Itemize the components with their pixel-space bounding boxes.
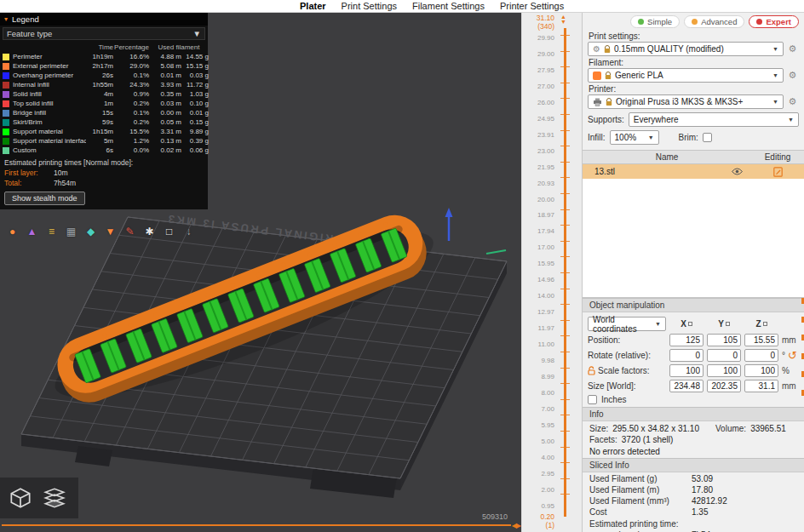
mode-button[interactable]: Expert	[749, 15, 799, 28]
legend-row[interactable]: External perimeter 2h17m 29.0% 5.08 m 15…	[0, 61, 208, 71]
feature-color-swatch	[3, 72, 9, 79]
legend-row[interactable]: Skirt/Brim 59s 0.2% 0.05 m 0.15 g	[0, 117, 208, 127]
legend-row[interactable]: Custom 6s 0.0% 0.02 m 0.06 g	[0, 146, 208, 155]
size-x-input[interactable]	[669, 380, 704, 392]
feature-name: Bridge infill	[13, 109, 46, 117]
box-icon[interactable]: □	[162, 224, 176, 238]
scale-z-input[interactable]	[744, 364, 778, 377]
object-list-header: Name Editing	[583, 150, 804, 164]
view-type-selector[interactable]: Feature type ▼	[3, 27, 205, 40]
tab[interactable]: Printer Settings	[500, 1, 564, 11]
layer-tick-label: 2.00	[522, 487, 554, 494]
infill-dropdown[interactable]: 100% ▼	[610, 130, 659, 145]
layer-tick-labels: 29.90 29.00 27.95 27.00 26.00 24.95 23.9…	[522, 35, 554, 510]
feature-color-swatch	[3, 82, 9, 89]
reset-rotation-icon[interactable]: ↺	[788, 350, 797, 361]
color-changes-icon[interactable]: ◆	[83, 224, 98, 238]
sliced-info-row: Cost1.35	[589, 507, 797, 517]
position-y-input[interactable]	[707, 334, 741, 346]
layer-tick-label: 29.00	[522, 51, 554, 58]
scale-y-input[interactable]	[707, 364, 741, 377]
mode-button[interactable]: Simple	[630, 15, 680, 28]
object-name: 13.stl	[594, 167, 722, 176]
show-stealth-mode-button[interactable]: Show stealth mode	[4, 192, 85, 205]
layer-tick-label: 27.95	[522, 67, 554, 74]
move-slider-track[interactable]	[2, 524, 511, 526]
rotate-z-input[interactable]	[744, 349, 778, 362]
layer-slider-track[interactable]	[564, 28, 566, 517]
shells-icon[interactable]: ▦	[64, 224, 78, 238]
chevron-down-icon: ▼	[772, 99, 778, 105]
feature-color-swatch	[3, 110, 9, 117]
eye-icon[interactable]	[722, 168, 751, 175]
legend-row[interactable]: Internal infill 1h55m 24.3% 3.93 m 11.72…	[0, 80, 208, 89]
legend-row[interactable]: Perimeter 1h19m 16.6% 4.88 m 14.55 g	[0, 52, 208, 61]
layer-tick-label: 29.90	[522, 35, 554, 42]
object-list[interactable]: 13.stl	[583, 164, 804, 298]
legend-title: Legend	[12, 14, 39, 24]
legend-row[interactable]: Bridge infill 15s 0.1% 0.00 m 0.01 g	[0, 108, 208, 117]
lock-icon	[604, 45, 611, 54]
size-y-input[interactable]	[707, 380, 741, 392]
retractions-icon[interactable]: ▲	[25, 224, 39, 238]
download-icon[interactable]: ↓	[181, 224, 196, 238]
rotate-y-input[interactable]	[707, 349, 741, 362]
feature-name: Custom	[13, 146, 37, 154]
move-slider-handle[interactable]: ◀▶	[512, 522, 520, 529]
3d-viewport[interactable]: ORIGINAL PRUSA i3 MK3 ▾ Legend Feature t…	[0, 13, 521, 532]
collapse-icon[interactable]: ▾	[4, 15, 8, 23]
position-z-input[interactable]	[744, 334, 778, 346]
mode-selector: Simple Advanced Expert	[583, 13, 804, 30]
view-mode-switch	[0, 478, 78, 518]
seams-icon[interactable]: ≡	[44, 224, 59, 238]
layer-tick-label: 24.95	[522, 116, 554, 123]
legend-row[interactable]: Top solid infill 1m 0.2% 0.03 m 0.10 g	[0, 99, 208, 108]
edit-print-settings-button[interactable]: ⚙	[786, 43, 799, 54]
layer-tick-label: 2.95	[522, 471, 554, 478]
legend-row[interactable]: Overhang perimeter 26s 0.1% 0.01 m 0.03 …	[0, 71, 208, 80]
tab[interactable]: Print Settings	[342, 1, 397, 11]
edit-printer-button[interactable]: ⚙	[786, 96, 799, 107]
legend-row[interactable]: Solid infill 4m 0.9% 0.35 m 1.03 g	[0, 89, 208, 99]
custom-gcode-icon[interactable]: ✎	[123, 224, 137, 238]
chevron-down-icon: ▼	[772, 72, 778, 78]
lock-icon	[605, 72, 612, 80]
coordinates-dropdown[interactable]: World coordinates ▼	[588, 317, 666, 331]
travel-icon[interactable]: ●	[5, 224, 20, 238]
tab[interactable]: Plater	[300, 1, 326, 11]
edit-filament-button[interactable]: ⚙	[786, 70, 799, 81]
view-options-toolbar: ● ▲ ≡ ▦ ◆ ▼ ✎ ✱ □ ↓	[5, 224, 196, 238]
time-estimate-icon[interactable]: ▼	[103, 224, 118, 238]
layer-tick-label: 11.00	[522, 341, 554, 348]
tool-changes-icon[interactable]: ✱	[142, 224, 157, 238]
brim-checkbox[interactable]	[703, 133, 712, 142]
rotate-x-input[interactable]	[669, 349, 704, 362]
layer-tick-label: 5.95	[522, 422, 554, 429]
gear-icon: ⚙	[593, 44, 600, 54]
scale-x-input[interactable]	[669, 364, 704, 377]
supports-dropdown[interactable]: Everywhere ▼	[629, 112, 799, 127]
move-index-label: 509310	[482, 512, 508, 521]
layer-stepper[interactable]: ▲▼	[560, 14, 566, 25]
printer-dropdown[interactable]: Original Prusa i3 MK3S & MK3S+ ▼	[588, 94, 784, 109]
errors-status: No errors detected	[589, 447, 797, 456]
filament-dropdown[interactable]: Generic PLA ▼	[588, 68, 784, 83]
editing-icon[interactable]	[751, 167, 804, 177]
object-list-row[interactable]: 13.stl	[583, 164, 804, 179]
size-z-input[interactable]	[744, 380, 778, 392]
3d-editor-view-button[interactable]	[7, 484, 34, 512]
position-x-input[interactable]	[669, 334, 704, 346]
mode-button[interactable]: Advanced	[684, 15, 744, 28]
layer-tick-label: 23.91	[522, 132, 554, 139]
print-settings-dropdown[interactable]: ⚙ 0.15mm QUALITY (modified) ▼	[588, 42, 784, 56]
first-layer-time: First layer:10m	[0, 168, 208, 178]
scale-label: Scale factors:	[588, 366, 666, 375]
tab[interactable]: Filament Settings	[412, 1, 485, 11]
preview-layers-view-button[interactable]	[41, 484, 68, 512]
legend-row[interactable]: Support material interface 5m 1.2% 0.13 …	[0, 136, 208, 146]
horizontal-move-slider[interactable]: 509310 ◀▶	[0, 517, 521, 530]
uniform-scale-lock-icon[interactable]	[588, 366, 595, 375]
legend-row[interactable]: Support material 1h15m 15.5% 3.31 m 9.89…	[0, 127, 208, 136]
inches-checkbox[interactable]	[588, 395, 597, 404]
legend-header[interactable]: ▾ Legend	[0, 13, 208, 26]
